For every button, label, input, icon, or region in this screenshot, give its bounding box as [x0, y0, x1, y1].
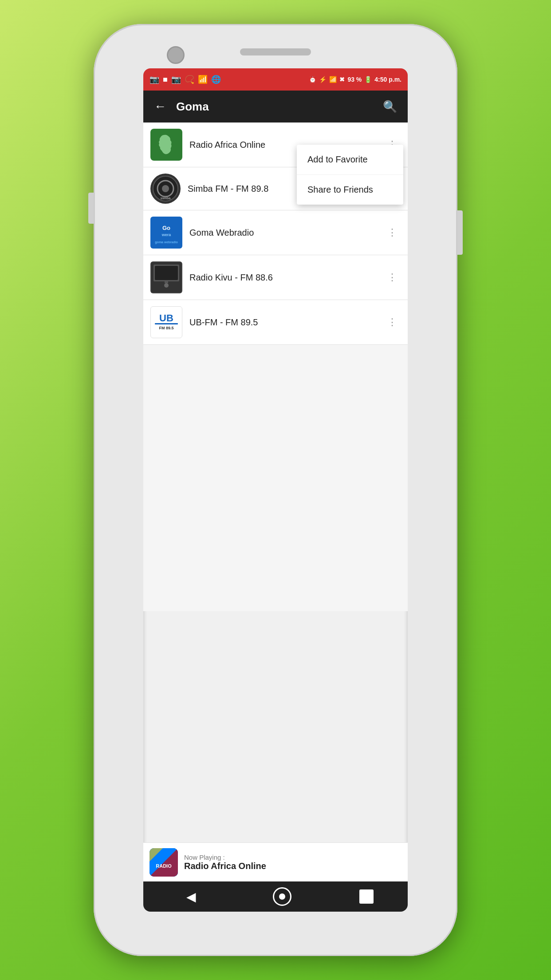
alarm-icon: ⏰	[309, 76, 316, 83]
status-info-right: ⏰ ⚡ 📶 ✖ 93 % 🔋 4:50 p.m.	[309, 76, 401, 83]
empty-content-area	[143, 345, 408, 611]
nav-stop-button[interactable]	[359, 889, 374, 904]
radio-africa-logo	[150, 129, 182, 161]
svg-point-11	[164, 283, 169, 288]
battery-percent: 93 %	[347, 76, 362, 83]
now-playing-bar[interactable]: RADIO Now Playing : Radio Africa Online	[143, 842, 408, 881]
image-icon: 📷	[171, 75, 181, 83]
signal-icon: ✖	[339, 76, 345, 83]
wifi-icon: 📶	[329, 76, 337, 83]
ub-fm-more-button[interactable]: ⋮	[384, 314, 401, 331]
svg-rect-10	[155, 266, 178, 280]
volume-button	[88, 193, 94, 224]
svg-text:UB: UB	[159, 312, 173, 324]
main-content: Radio Africa Online ⋮ Add to Favorite Sh…	[143, 122, 408, 842]
lightning-icon: ⚡	[319, 76, 327, 83]
goma-webradio-name: Goma Webradio	[189, 228, 384, 238]
share-friends-button[interactable]: Share to Friends	[297, 175, 403, 205]
svg-point-2	[162, 185, 169, 192]
ub-fm-name: UB-FM - FM 89.5	[189, 317, 384, 328]
clock: 4:50 p.m.	[374, 76, 401, 83]
now-playing-station-name: Radio Africa Online	[184, 861, 266, 871]
power-button	[457, 210, 463, 255]
goma-webradio-logo: Go wera goma webradio	[150, 217, 182, 249]
svg-text:FM 89.5: FM 89.5	[159, 326, 173, 330]
radio-kivu-more-button[interactable]: ⋮	[384, 269, 401, 286]
list-item[interactable]: Radio Africa Online ⋮ Add to Favorite Sh…	[143, 122, 408, 167]
list-item[interactable]: UB FM 89.5 UB-FM - FM 89.5 ⋮	[143, 300, 408, 345]
phone-camera	[167, 46, 185, 64]
status-icons-left: 📷 ■ 📷 📿 📶 🌐	[150, 75, 221, 83]
nav-back-button[interactable]: ◀	[177, 885, 205, 909]
back-button[interactable]: ←	[151, 97, 169, 116]
status-bar: 📷 ■ 📷 📿 📶 🌐 ⏰ ⚡ 📶 ✖ 93 % 🔋 4:50 p.m.	[143, 68, 408, 91]
wifi-signal-icon: 📶	[198, 75, 208, 83]
toolbar: ← Goma 🔍	[143, 91, 408, 122]
phone-screen: 📷 ■ 📷 📿 📶 🌐 ⏰ ⚡ 📶 ✖ 93 % 🔋 4:50 p.m.	[143, 68, 408, 912]
simba-fm-logo: simba	[150, 174, 181, 204]
svg-text:wera: wera	[161, 233, 172, 237]
add-favorite-button[interactable]: Add to Favorite	[297, 145, 403, 175]
now-playing-logo: RADIO	[150, 848, 178, 877]
svg-text:Go: Go	[162, 225, 170, 231]
svg-text:simba: simba	[160, 196, 171, 200]
page-title: Goma	[176, 100, 373, 114]
list-item[interactable]: Radio Kivu - FM 88.6 ⋮	[143, 255, 408, 300]
navigation-bar: ◀	[143, 881, 408, 912]
square-icon: ■	[163, 75, 168, 83]
svg-text:goma webradio: goma webradio	[155, 241, 177, 244]
search-button[interactable]: 🔍	[380, 97, 400, 116]
battery-icon: 🔋	[364, 76, 372, 83]
radio-list: Radio Africa Online ⋮ Add to Favorite Sh…	[143, 122, 408, 345]
radio-icon: 📿	[185, 75, 194, 83]
radio-kivu-logo	[150, 261, 182, 293]
nav-home-button[interactable]	[273, 887, 291, 906]
phone-speaker	[240, 48, 311, 55]
goma-webradio-more-button[interactable]: ⋮	[384, 224, 401, 241]
now-playing-text: Now Playing : Radio Africa Online	[184, 854, 266, 871]
svg-rect-12	[165, 281, 168, 283]
context-menu: Add to Favorite Share to Friends	[297, 145, 403, 205]
list-item[interactable]: Go wera goma webradio Goma Webradio ⋮	[143, 210, 408, 255]
svg-rect-15	[155, 323, 178, 324]
radio-kivu-name: Radio Kivu - FM 88.6	[189, 273, 384, 283]
now-playing-label: Now Playing :	[184, 854, 266, 861]
instagram-icon: 📷	[150, 75, 159, 83]
globe-icon: 🌐	[211, 75, 221, 83]
svg-text:RADIO: RADIO	[156, 863, 172, 869]
ub-fm-logo: UB FM 89.5	[150, 306, 182, 338]
phone-device: 📷 ■ 📷 📿 📶 🌐 ⏰ ⚡ 📶 ✖ 93 % 🔋 4:50 p.m.	[94, 24, 457, 956]
